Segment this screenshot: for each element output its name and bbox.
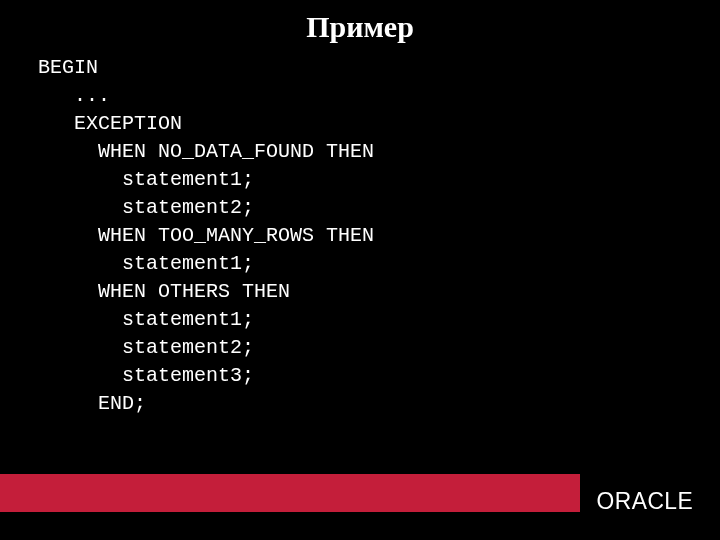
code-line: END;	[38, 392, 146, 415]
code-example: BEGIN ... EXCEPTION WHEN NO_DATA_FOUND T…	[0, 54, 720, 418]
code-line: statement3;	[38, 364, 254, 387]
code-line: BEGIN	[38, 56, 98, 79]
code-line: statement2;	[38, 196, 254, 219]
code-line: EXCEPTION	[38, 112, 182, 135]
code-line: statement2;	[38, 336, 254, 359]
oracle-logo: ORACLE	[597, 487, 694, 515]
code-line: ...	[38, 84, 110, 107]
code-line: statement1;	[38, 308, 254, 331]
slide-title: Пример	[0, 0, 720, 54]
code-line: statement1;	[38, 168, 254, 191]
code-line: WHEN NO_DATA_FOUND THEN	[38, 140, 374, 163]
code-line: WHEN TOO_MANY_ROWS THEN	[38, 224, 374, 247]
code-line: WHEN OTHERS THEN	[38, 280, 290, 303]
code-line: statement1;	[38, 252, 254, 275]
